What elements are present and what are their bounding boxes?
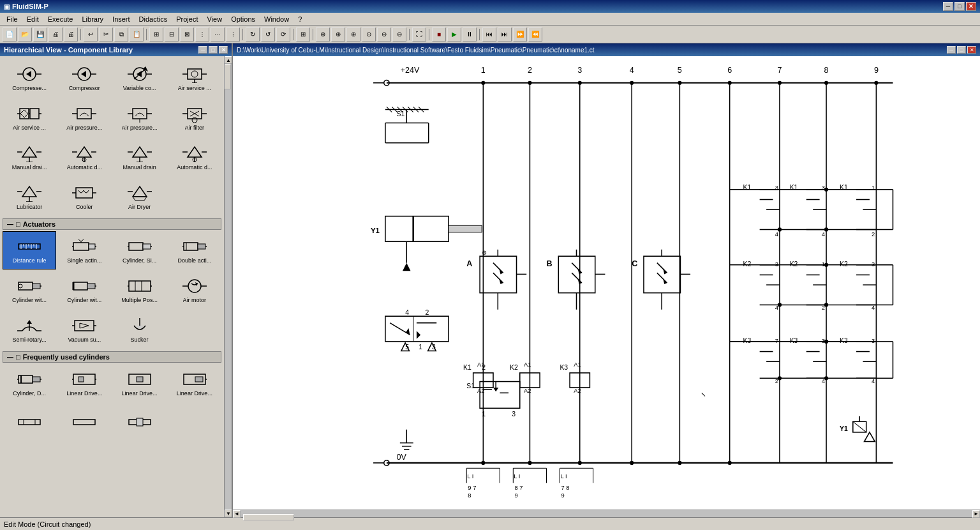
- comp-distance-rule[interactable]: Distance rule: [3, 231, 56, 269]
- dist1-button[interactable]: ⋮: [195, 27, 209, 42]
- scroll-thumb[interactable]: [225, 64, 231, 89]
- rotate3-button[interactable]: ⟳: [276, 27, 290, 42]
- comp-cylinder-d[interactable]: Cylinder, D...: [3, 364, 56, 402]
- comp-air-filter[interactable]: Air filter: [168, 98, 221, 137]
- frequently-section-header[interactable]: — □ Frequently used cylinders: [3, 351, 221, 363]
- pause-button[interactable]: ⏸: [463, 27, 477, 42]
- align-left-button[interactable]: ⊞: [149, 27, 163, 42]
- comp-compressor2[interactable]: Compressor: [57, 59, 111, 97]
- comp-cylinder-si[interactable]: Cylinder, Si...: [113, 231, 167, 269]
- h-scroll-thumb[interactable]: [243, 514, 294, 520]
- align-right-button[interactable]: ⊠: [180, 27, 194, 42]
- comp-vacuum-su[interactable]: Vacuum su...: [57, 310, 111, 349]
- play-button[interactable]: ▶: [447, 27, 461, 42]
- comp-linear-drive1[interactable]: Linear Drive...: [57, 364, 111, 402]
- comp-single-act[interactable]: Single actin...: [57, 231, 111, 269]
- comp-air-service2[interactable]: Air service ...: [3, 98, 56, 137]
- zoom-in1-button[interactable]: ⊕: [316, 27, 330, 42]
- comp-linear-drive2[interactable]: Linear Drive...: [113, 364, 167, 402]
- comp-more3[interactable]: [113, 404, 167, 442]
- dist3-button[interactable]: ⫶: [226, 27, 240, 42]
- scroll-down-button[interactable]: ▼: [225, 510, 232, 517]
- scroll-right-button[interactable]: ►: [972, 510, 980, 518]
- comp-more1[interactable]: [3, 404, 56, 442]
- zoom-in2-button[interactable]: ⊕: [331, 27, 345, 42]
- comp-air-dryer[interactable]: Air Dryer: [113, 178, 167, 216]
- rotate2-button[interactable]: ↺: [261, 27, 275, 42]
- menu-project[interactable]: Project: [172, 14, 202, 24]
- step-forward-button[interactable]: ⏭: [498, 27, 512, 42]
- comp-multiple-pos[interactable]: Multiple Pos...: [113, 271, 167, 309]
- zoom-out2-button[interactable]: ⊖: [392, 27, 406, 42]
- diagram-maximize[interactable]: □: [957, 46, 966, 54]
- actuators-grid: Distance rule: [3, 231, 221, 349]
- comp-semi-rotary[interactable]: Semi-rotary...: [3, 310, 56, 349]
- fit-button[interactable]: ⛶: [412, 27, 426, 42]
- scroll-left-button[interactable]: ◄: [233, 510, 241, 518]
- comp-air-motor[interactable]: Air motor: [168, 271, 221, 309]
- library-scroll-area[interactable]: Compresse... Compressor: [0, 56, 224, 517]
- menu-insert[interactable]: Insert: [108, 14, 134, 24]
- save-button[interactable]: 💾: [33, 27, 47, 42]
- comp-cooler[interactable]: Cooler: [57, 178, 111, 216]
- print-preview-button[interactable]: 🖨: [48, 27, 63, 42]
- comp-air-pressure2[interactable]: Air pressure...: [113, 98, 167, 137]
- maximize-button[interactable]: □: [954, 2, 965, 11]
- undo-button[interactable]: ↩: [84, 27, 98, 42]
- diagram-close[interactable]: ✕: [967, 46, 976, 54]
- zoom-in3-button[interactable]: ⊕: [346, 27, 360, 42]
- library-maximize[interactable]: □: [209, 46, 218, 54]
- horizontal-scrollbar[interactable]: ◄ ►: [233, 510, 980, 517]
- comp-auto-drain1[interactable]: Automatic d...: [57, 138, 111, 176]
- new-button[interactable]: 📄: [3, 27, 17, 42]
- comp-manual-drain2[interactable]: Manual drain: [113, 138, 167, 176]
- comp-manual-drain1[interactable]: Manual drai...: [3, 138, 56, 176]
- paste-button[interactable]: 📋: [130, 27, 144, 42]
- library-close[interactable]: ✕: [219, 46, 228, 54]
- step-back-button[interactable]: ⏮: [482, 27, 496, 42]
- comp-air-service1[interactable]: Air service ...: [168, 59, 221, 97]
- comp-compressor1[interactable]: Compresse...: [3, 59, 56, 97]
- menu-didactics[interactable]: Didactics: [135, 14, 172, 24]
- copy-button[interactable]: ⧉: [114, 27, 128, 42]
- menu-edit[interactable]: Edit: [23, 14, 43, 24]
- comp-variable-co[interactable]: Variable co...: [113, 59, 167, 97]
- cut-button[interactable]: ✂: [99, 27, 113, 42]
- comp-double-act[interactable]: Double acti...: [168, 231, 221, 269]
- table-button[interactable]: ⊞: [296, 27, 310, 42]
- comp-cylinder-wit2[interactable]: Cylinder wit...: [57, 271, 111, 309]
- comp-sucker[interactable]: Sucker: [113, 310, 167, 349]
- minimize-button[interactable]: ─: [943, 2, 953, 11]
- menu-library[interactable]: Library: [78, 14, 107, 24]
- fast-back-button[interactable]: ⏪: [528, 27, 542, 42]
- menu-options[interactable]: Options: [227, 14, 259, 24]
- zoom-custom-button[interactable]: ⊙: [362, 27, 376, 42]
- menu-help[interactable]: ?: [294, 14, 306, 24]
- scroll-up-button[interactable]: ▲: [225, 56, 232, 64]
- rotate1-button[interactable]: ↻: [246, 27, 260, 42]
- library-minimize[interactable]: ─: [198, 46, 207, 54]
- library-scrollbar[interactable]: ▲ ▼: [224, 56, 232, 517]
- zoom-out1-button[interactable]: ⊖: [377, 27, 391, 42]
- dist2-button[interactable]: ⋯: [211, 27, 225, 42]
- fast-forward-button[interactable]: ⏩: [513, 27, 527, 42]
- diagram-minimize[interactable]: ─: [947, 46, 956, 54]
- comp-more2[interactable]: [57, 404, 111, 442]
- comp-air-pressure1[interactable]: Air pressure...: [57, 98, 111, 137]
- menu-file[interactable]: File: [3, 14, 22, 24]
- comp-cylinder-wit1[interactable]: Cylinder wit...: [3, 271, 56, 309]
- open-button[interactable]: 📂: [18, 27, 32, 42]
- comp-lubricator[interactable]: Lubricator: [3, 178, 56, 216]
- align-center-button[interactable]: ⊟: [165, 27, 179, 42]
- comp-linear-drive3[interactable]: Linear Drive...: [168, 364, 221, 402]
- print-button[interactable]: 🖨: [64, 27, 78, 42]
- comp-auto-drain2[interactable]: Automatic d...: [168, 138, 221, 176]
- stop-button[interactable]: ■: [432, 27, 446, 42]
- menu-view[interactable]: View: [203, 14, 226, 24]
- close-button[interactable]: ✕: [966, 2, 976, 11]
- diagram-area[interactable]: +24V 1 2 3 4 5 6 7 8 9: [233, 56, 980, 510]
- cursor-indicator: [702, 393, 705, 396]
- actuators-section-header[interactable]: — □ Actuators: [3, 218, 221, 230]
- menu-execute[interactable]: Execute: [44, 14, 77, 24]
- menu-window[interactable]: Window: [260, 14, 293, 24]
